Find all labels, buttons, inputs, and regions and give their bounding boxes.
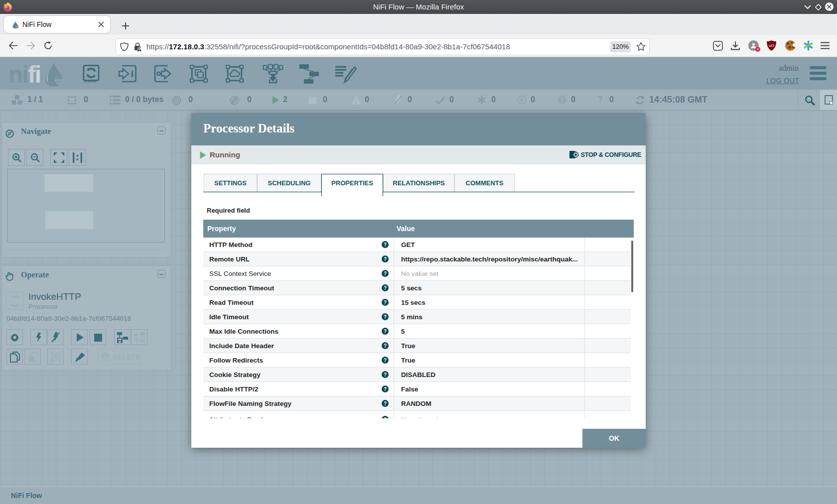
svg-text:uO: uO: [769, 43, 774, 48]
